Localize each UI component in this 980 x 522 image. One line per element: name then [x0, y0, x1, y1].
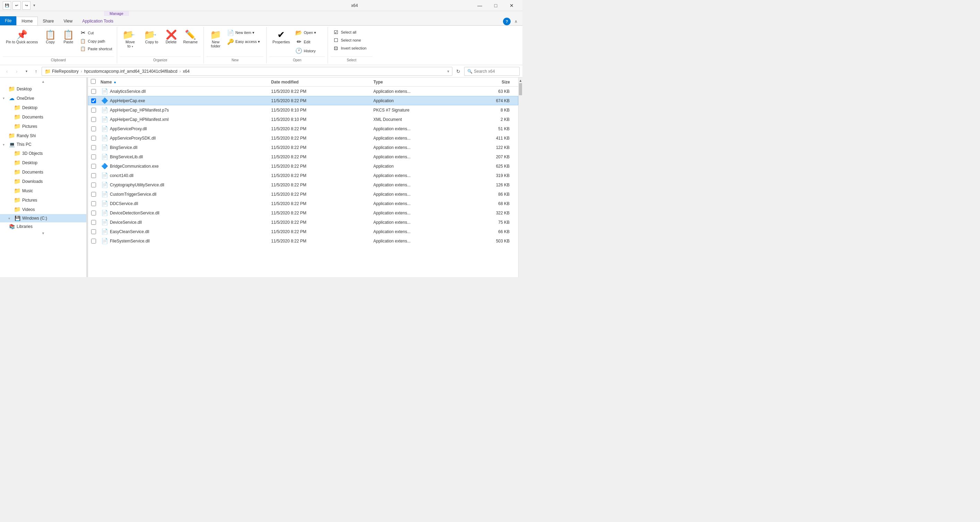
row-checkbox[interactable]	[91, 127, 96, 131]
row-check[interactable]	[91, 229, 101, 234]
row-checkbox[interactable]	[91, 98, 96, 103]
tab-share[interactable]: Share	[38, 17, 59, 25]
table-row[interactable]: 📄 AppServiceProxy.dll 11/5/2020 8:22 PM …	[88, 124, 518, 133]
scroll-up-button[interactable]: ▲	[519, 78, 522, 83]
table-row[interactable]: 📄 AppServiceProxySDK.dll 11/5/2020 8:22 …	[88, 133, 518, 143]
recent-locations-button[interactable]: ▾	[22, 67, 30, 76]
invert-selection-button[interactable]: ⊡ Invert selection	[331, 44, 372, 52]
header-check[interactable]	[91, 79, 100, 85]
row-checkbox[interactable]	[91, 220, 96, 225]
refresh-button[interactable]: ↻	[454, 67, 463, 76]
header-date[interactable]: Date modified	[271, 80, 373, 84]
sidebar-item-onedrive-pictures[interactable]: 📁 Pictures	[0, 122, 86, 131]
copy-path-button[interactable]: 📋 Copy path	[78, 37, 114, 45]
row-checkbox[interactable]	[91, 201, 96, 206]
table-row[interactable]: 📄 concrt140.dll 11/5/2020 8:22 PM Applic…	[88, 171, 518, 180]
table-row[interactable]: 📄 DeviceService.dll 11/5/2020 8:22 PM Ap…	[88, 217, 518, 227]
breadcrumb-2[interactable]: hpcustomcapcomp.inf_amd64_3214041c94f8ab…	[84, 69, 178, 74]
sidebar-item-this-pc[interactable]: ▾ 💻 This PC	[0, 140, 86, 149]
move-to-button[interactable]: 📁← Moveto ▾	[120, 29, 141, 50]
select-all-button[interactable]: ☑ Select all	[331, 29, 372, 36]
sidebar-item-windows-c[interactable]: ▾ 💾 Windows (C:)	[0, 214, 86, 222]
sidebar-item-pictures[interactable]: 📁 Pictures	[0, 195, 86, 205]
rename-button[interactable]: ✏️ Rename	[180, 29, 201, 46]
search-box[interactable]: 🔍	[464, 67, 520, 76]
address-bar[interactable]: 📁 FileRepository › hpcustomcapcomp.inf_a…	[41, 67, 452, 76]
copy-to-button[interactable]: 📁→ Copy to	[142, 29, 162, 46]
new-folder-button[interactable]: 📁 Newfolder	[207, 29, 224, 50]
row-checkbox[interactable]	[91, 211, 96, 216]
paste-button[interactable]: 📋 Paste	[60, 29, 77, 46]
right-scrollbar[interactable]: ▲ ▼	[518, 78, 522, 277]
row-checkbox[interactable]	[91, 154, 96, 159]
open-button[interactable]: 📂 Open ▾	[294, 29, 325, 37]
nav-scroll-down[interactable]: ▼	[0, 231, 86, 236]
sidebar-item-onedrive[interactable]: ▾ ☁ OneDrive	[0, 94, 86, 103]
header-name[interactable]: Name ▲	[100, 80, 271, 84]
row-checkbox[interactable]	[91, 182, 96, 187]
tab-view[interactable]: View	[59, 17, 77, 25]
row-check[interactable]	[91, 98, 101, 103]
sidebar-item-downloads[interactable]: 📁 Downloads	[0, 177, 86, 186]
row-check[interactable]	[91, 239, 101, 243]
new-item-button[interactable]: 📄 New item ▾	[225, 29, 264, 37]
row-checkbox[interactable]	[91, 145, 96, 150]
tab-app-tools[interactable]: Application Tools	[77, 17, 118, 25]
row-check[interactable]	[91, 136, 101, 141]
close-button[interactable]: ✕	[504, 0, 520, 11]
header-size[interactable]: Size	[459, 80, 515, 84]
table-row[interactable]: 📄 FileSystemService.dll 11/5/2020 8:22 P…	[88, 236, 518, 246]
row-checkbox[interactable]	[91, 173, 96, 178]
sidebar-item-libraries[interactable]: 📚 Libraries	[0, 222, 86, 231]
history-button[interactable]: 🕐 History	[294, 46, 325, 55]
sidebar-item-3d-objects[interactable]: 📁 3D Objects	[0, 149, 86, 158]
forward-button[interactable]: ›	[13, 67, 21, 76]
tab-home[interactable]: Home	[16, 17, 38, 25]
sidebar-item-videos[interactable]: 📁 Videos	[0, 205, 86, 214]
row-checkbox[interactable]	[91, 164, 96, 169]
table-row[interactable]: 📄 AppHelperCap_HPManifest.xml 11/5/2020 …	[88, 115, 518, 124]
row-checkbox[interactable]	[91, 239, 96, 243]
scroll-track[interactable]	[519, 83, 522, 277]
easy-access-button[interactable]: 🔑 Easy access ▾	[225, 37, 264, 46]
qat-dropdown[interactable]: ▾	[32, 3, 37, 8]
row-checkbox[interactable]	[91, 108, 96, 113]
header-type[interactable]: Type	[373, 80, 459, 84]
sidebar-item-music[interactable]: 📁 Music	[0, 186, 86, 195]
sidebar-item-desktop[interactable]: 📁 Desktop	[0, 158, 86, 167]
minimize-button[interactable]: —	[472, 0, 488, 11]
table-row[interactable]: 📄 BingService.dll 11/5/2020 8:22 PM Appl…	[88, 143, 518, 152]
table-row[interactable]: 📄 DeviceDetectionService.dll 11/5/2020 8…	[88, 208, 518, 217]
scroll-thumb[interactable]	[519, 83, 522, 95]
sidebar-item-desktop-top[interactable]: 📁 Desktop	[0, 84, 86, 94]
row-checkbox[interactable]	[91, 136, 96, 141]
sidebar-item-documents[interactable]: 📁 Documents	[0, 167, 86, 177]
address-dropdown-icon[interactable]: ▾	[447, 69, 449, 74]
row-check[interactable]	[91, 108, 101, 113]
breadcrumb-1[interactable]: FileRepository	[52, 69, 79, 74]
row-checkbox[interactable]	[91, 229, 96, 234]
maximize-button[interactable]: □	[488, 0, 504, 11]
help-button[interactable]: ?	[503, 17, 511, 25]
copy-button[interactable]: 📋 Copy	[41, 29, 59, 46]
table-row[interactable]: 📄 AnalyticsService.dll 11/5/2020 8:22 PM…	[88, 87, 518, 96]
edit-button[interactable]: ✏ Edit	[294, 37, 325, 46]
row-checkbox[interactable]	[91, 117, 96, 122]
properties-button[interactable]: ✔ Properties	[269, 29, 293, 46]
up-button[interactable]: ↑	[32, 67, 40, 76]
row-check[interactable]	[91, 117, 101, 122]
undo-button[interactable]: ↩	[13, 2, 21, 10]
select-none-button[interactable]: ☐ Select none	[331, 36, 372, 44]
tab-file[interactable]: File	[0, 16, 16, 25]
row-check[interactable]	[91, 127, 101, 131]
row-check[interactable]	[91, 211, 101, 216]
table-row[interactable]: 📄 CustomTriggerService.dll 11/5/2020 8:2…	[88, 189, 518, 199]
sidebar-item-onedrive-documents[interactable]: 📁 Documents	[0, 112, 86, 122]
table-row[interactable]: 📄 CryptographyUtilityService.dll 11/5/20…	[88, 180, 518, 189]
row-check[interactable]	[91, 192, 101, 197]
row-check[interactable]	[91, 164, 101, 169]
table-row[interactable]: 📄 DDCService.dll 11/5/2020 8:22 PM Appli…	[88, 199, 518, 208]
quick-access-toolbar[interactable]: 💾	[3, 2, 11, 10]
row-checkbox[interactable]	[91, 192, 96, 197]
table-row[interactable]: 📄 BingServiceLib.dll 11/5/2020 8:22 PM A…	[88, 152, 518, 162]
